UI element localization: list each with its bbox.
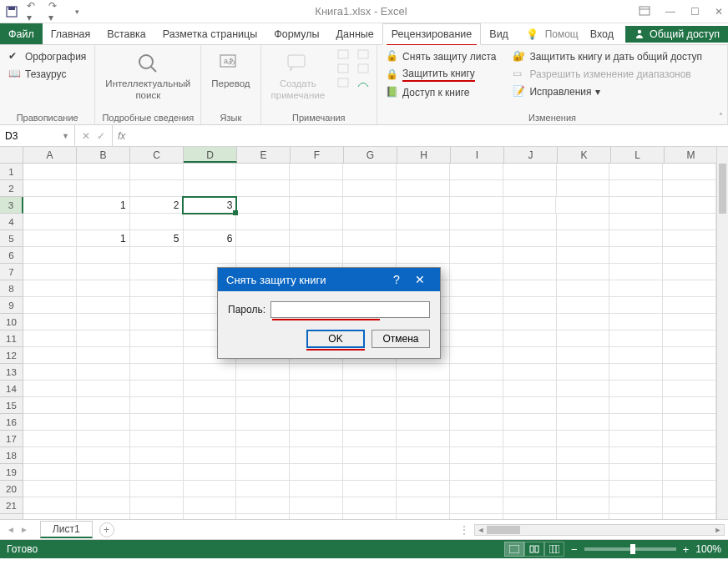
cell[interactable] [503, 497, 557, 514]
cell[interactable] [77, 297, 130, 314]
cell[interactable] [450, 164, 503, 180]
cancel-button[interactable]: Отмена [372, 330, 430, 348]
cell[interactable] [130, 164, 184, 180]
dialog-help-icon[interactable]: ? [385, 273, 408, 286]
column-header[interactable]: H [397, 147, 451, 163]
cell[interactable] [450, 464, 503, 481]
cancel-formula-icon[interactable]: ✕ [82, 130, 90, 142]
cell[interactable] [663, 414, 716, 431]
cell[interactable] [557, 414, 610, 431]
cell[interactable] [23, 347, 77, 364]
show-comment-icon[interactable] [356, 48, 370, 62]
vertical-scrollbar[interactable] [716, 147, 728, 519]
cell[interactable] [450, 414, 503, 431]
cell[interactable] [184, 481, 237, 497]
new-sheet-button[interactable]: + [99, 522, 114, 537]
cell[interactable] [609, 280, 663, 297]
cell[interactable] [290, 397, 343, 414]
cell[interactable] [236, 230, 290, 247]
cell[interactable] [130, 364, 184, 381]
cell[interactable] [503, 364, 557, 381]
row-header[interactable]: 20 [0, 481, 23, 497]
cell[interactable] [130, 330, 184, 347]
view-normal-icon[interactable] [504, 542, 524, 557]
cell[interactable] [450, 397, 503, 414]
cell[interactable] [23, 464, 77, 481]
cell[interactable] [236, 414, 290, 431]
cell[interactable] [130, 214, 184, 230]
cell[interactable] [130, 431, 184, 447]
cell[interactable] [343, 414, 397, 431]
cell[interactable] [236, 247, 290, 264]
cell[interactable] [236, 164, 290, 180]
cell[interactable] [450, 180, 503, 197]
cell[interactable] [663, 164, 716, 180]
cell[interactable] [236, 214, 290, 230]
fx-icon[interactable]: fx [113, 125, 130, 146]
cell[interactable] [23, 280, 77, 297]
cell[interactable] [557, 497, 610, 514]
select-all-corner[interactable] [0, 147, 23, 164]
show-ink-icon[interactable] [356, 77, 370, 90]
tab-file[interactable]: Файл [0, 23, 43, 44]
cell[interactable]: 1 [77, 197, 130, 214]
cell[interactable] [663, 347, 716, 364]
tab-layout[interactable]: Разметка страницы [154, 23, 265, 44]
cell[interactable] [557, 214, 610, 230]
tell-me-icon[interactable]: 💡 [526, 28, 538, 40]
cell[interactable] [290, 481, 343, 497]
cell[interactable] [557, 247, 610, 264]
row-header[interactable]: 8 [0, 280, 23, 297]
cell[interactable] [130, 247, 184, 264]
cell[interactable] [609, 347, 663, 364]
cell[interactable] [557, 397, 610, 414]
cell[interactable] [290, 247, 343, 264]
cell[interactable]: 6 [184, 230, 237, 247]
row-header[interactable]: 11 [0, 330, 23, 347]
column-header[interactable]: G [344, 147, 397, 163]
cell[interactable] [77, 264, 130, 280]
cell[interactable] [290, 447, 343, 464]
cell[interactable] [557, 314, 610, 330]
unprotect-sheet-button[interactable]: 🔓Снять защиту листа [384, 48, 498, 65]
cell[interactable] [23, 514, 77, 520]
dialog-titlebar[interactable]: Снять защиту книги ? ✕ [218, 268, 440, 291]
cell[interactable]: 3 [183, 197, 236, 214]
cell[interactable] [503, 264, 557, 280]
cell[interactable] [450, 264, 503, 280]
cell[interactable] [184, 514, 237, 520]
view-page-layout-icon[interactable] [524, 542, 544, 557]
cell[interactable] [130, 180, 184, 197]
cell[interactable] [663, 481, 716, 497]
name-box[interactable]: ▼ [0, 125, 75, 146]
name-box-input[interactable] [5, 130, 47, 142]
cell[interactable] [503, 381, 557, 397]
cell[interactable] [663, 364, 716, 381]
cell[interactable]: 1 [77, 230, 130, 247]
row-header[interactable]: 1 [0, 164, 23, 180]
cell[interactable] [450, 197, 503, 214]
sheet-nav-next-icon[interactable]: ► [20, 525, 28, 534]
track-changes-button[interactable]: 📝Исправления ▾ [511, 83, 704, 100]
cell[interactable] [290, 364, 343, 381]
cell[interactable] [397, 414, 450, 431]
row-header[interactable]: 16 [0, 414, 23, 431]
cell[interactable] [130, 414, 184, 431]
cell[interactable] [343, 497, 397, 514]
cell[interactable] [503, 164, 557, 180]
cell[interactable] [236, 481, 290, 497]
column-header[interactable]: D [184, 147, 237, 163]
cell[interactable] [184, 364, 237, 381]
cell[interactable] [663, 497, 716, 514]
cell[interactable] [397, 364, 450, 381]
cell[interactable] [663, 247, 716, 264]
cell[interactable] [450, 447, 503, 464]
cell[interactable] [557, 164, 610, 180]
cell[interactable] [236, 514, 290, 520]
cell[interactable] [503, 514, 557, 520]
row-header[interactable]: 18 [0, 447, 23, 464]
cell[interactable] [397, 397, 450, 414]
cell[interactable] [184, 397, 237, 414]
cell[interactable] [290, 381, 343, 397]
cell[interactable] [343, 514, 397, 520]
